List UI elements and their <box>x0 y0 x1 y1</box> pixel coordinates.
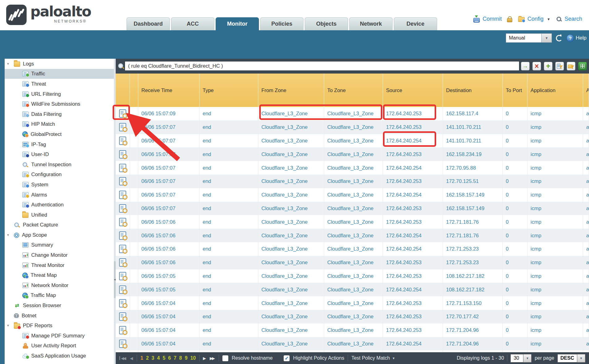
per-page-value[interactable]: 30 <box>510 354 523 362</box>
sidebar-item-alarms[interactable]: Alarms <box>5 190 114 200</box>
log-detail-icon[interactable] <box>119 231 126 240</box>
refresh-mode-select[interactable]: Manual ▼ <box>506 33 552 43</box>
cell-application[interactable]: icmp <box>527 337 583 351</box>
column-header-action[interactable]: A <box>583 74 589 107</box>
cell-to_port[interactable]: 0 <box>503 215 527 229</box>
cell-from_zone[interactable]: Cloudflare_L3_Zone <box>258 215 324 229</box>
first-page-button[interactable]: ◀◀ <box>119 356 127 361</box>
log-detail-icon[interactable] <box>119 326 126 334</box>
sidebar-item-threat-map[interactable]: Threat Map <box>5 270 114 280</box>
cell-application[interactable]: icmp <box>527 121 583 134</box>
tab-dashboard[interactable]: Dashboard <box>127 17 170 30</box>
sidebar-item-threat-monitor[interactable]: Threat Monitor <box>5 260 114 270</box>
cell-to_port[interactable]: 0 <box>503 188 527 202</box>
log-filter-input[interactable] <box>125 61 519 71</box>
cell-destination[interactable]: 172.71.181.76 <box>443 215 503 229</box>
page-number-5[interactable]: 5 <box>163 355 166 361</box>
tab-monitor[interactable]: Monitor <box>216 17 259 30</box>
log-detail-icon[interactable] <box>119 299 126 307</box>
cell-to_zone[interactable]: Cloudflare_L3_Zone <box>324 147 383 161</box>
sidebar-item-globalprotect[interactable]: GlobalProtect <box>5 129 114 139</box>
log-detail-icon[interactable] <box>119 245 126 253</box>
cell-action[interactable]: a <box>583 242 589 256</box>
cell-to_zone[interactable]: Cloudflare_L3_Zone <box>324 242 383 256</box>
cell-receive_time[interactable]: 06/06 15:07:07 <box>138 175 200 188</box>
cell-from_zone[interactable]: Cloudflare_L3_Zone <box>258 283 324 296</box>
cell-to_port[interactable]: 0 <box>503 147 527 161</box>
per-page-select[interactable]: 30 ▼ <box>510 354 531 362</box>
cell-source[interactable]: 172.64.240.253 <box>383 175 443 188</box>
sidebar-item-summary[interactable]: Summary <box>5 240 114 250</box>
sidebar-item-configuration[interactable]: Configuration <box>5 170 114 180</box>
cell-application[interactable]: icmp <box>527 202 583 215</box>
cell-from_zone[interactable]: Cloudflare_L3_Zone <box>258 296 324 310</box>
cell-to_port[interactable]: 0 <box>503 202 527 215</box>
sidebar-item-threat[interactable]: Threat <box>5 79 114 89</box>
refresh-mode-caret-icon[interactable]: ▼ <box>542 33 552 43</box>
cell-type[interactable]: end <box>200 324 258 337</box>
cell-to_zone[interactable]: Cloudflare_L3_Zone <box>324 337 383 351</box>
sidebar-item-packet-capture[interactable]: Packet Capture <box>5 220 114 230</box>
add-filter-button[interactable]: + <box>544 62 552 70</box>
cell-to_zone[interactable]: Cloudflare_L3_Zone <box>324 215 383 229</box>
tab-acc[interactable]: ACC <box>171 17 214 30</box>
log-detail-icon[interactable] <box>119 177 126 185</box>
column-header-destination[interactable]: Destination <box>443 74 503 107</box>
cell-to_zone[interactable]: Cloudflare_L3_Zone <box>324 121 383 134</box>
cell-type[interactable]: end <box>200 107 258 121</box>
cell-receive_time[interactable]: 06/06 15:07:05 <box>138 269 200 283</box>
sidebar-item-traffic-map[interactable]: Traffic Map <box>5 290 114 301</box>
sidebar-item-saas-application-usage[interactable]: SaaS Application Usage <box>5 351 114 361</box>
column-header-receive_time[interactable]: Receive Time <box>138 74 200 107</box>
sidebar-item-wildfire-submissions[interactable]: WildFire Submissions <box>5 99 114 109</box>
next-page-button[interactable]: ▶ <box>203 356 206 361</box>
cell-receive_time[interactable]: 06/06 15:07:06 <box>138 256 200 269</box>
expander-icon[interactable]: ▼ <box>6 233 14 237</box>
sort-order-caret-icon[interactable]: ▼ <box>577 354 585 362</box>
sidebar-item-change-monitor[interactable]: Change Monitor <box>5 250 114 260</box>
sidebar-item-session-browser[interactable]: ⇄Session Browser <box>5 300 114 311</box>
help-button[interactable]: Help <box>566 34 587 42</box>
cell-type[interactable]: end <box>200 188 258 202</box>
log-detail-icon[interactable] <box>119 123 126 131</box>
expander-icon[interactable]: ▼ <box>6 324 14 327</box>
sidebar-item-logs[interactable]: ▼Logs <box>5 59 114 69</box>
cell-type[interactable]: end <box>200 161 258 175</box>
cell-to_zone[interactable]: Cloudflare_L3_Zone <box>324 134 383 148</box>
cell-receive_time[interactable]: 06/06 15:07:09 <box>138 107 200 121</box>
page-number-1[interactable]: 1 <box>140 355 143 361</box>
search-button[interactable]: Search <box>565 16 582 22</box>
cell-type[interactable]: end <box>200 296 258 310</box>
cell-action[interactable]: a <box>583 256 589 269</box>
cell-to_zone[interactable]: Cloudflare_L3_Zone <box>324 324 383 337</box>
cell-receive_time[interactable]: 06/06 15:07:06 <box>138 229 200 242</box>
column-header-application[interactable]: Application <box>527 74 583 107</box>
cell-type[interactable]: end <box>200 256 258 269</box>
cell-application[interactable]: icmp <box>527 296 583 310</box>
cell-from_zone[interactable]: Cloudflare_L3_Zone <box>258 242 324 256</box>
cell-type[interactable]: end <box>200 310 258 324</box>
cell-action[interactable]: a <box>583 175 589 188</box>
cell-action[interactable]: a <box>583 147 589 161</box>
cell-action[interactable]: a <box>583 269 589 283</box>
log-detail-icon[interactable] <box>119 109 126 118</box>
cell-from_zone[interactable]: Cloudflare_L3_Zone <box>258 161 324 175</box>
page-number-4[interactable]: 4 <box>157 355 160 361</box>
cell-source[interactable]: 172.64.240.253 <box>383 121 443 134</box>
cell-destination[interactable]: 108.162.217.182 <box>443 269 503 283</box>
cell-action[interactable]: a <box>583 337 589 351</box>
cell-from_zone[interactable]: Cloudflare_L3_Zone <box>258 324 324 337</box>
tab-policies[interactable]: Policies <box>260 17 303 30</box>
cell-type[interactable]: end <box>200 202 258 215</box>
cell-to_port[interactable]: 0 <box>503 269 527 283</box>
sidebar-item-hip-match[interactable]: HIP Match <box>5 119 114 129</box>
cell-type[interactable]: end <box>200 337 258 351</box>
log-detail-icon[interactable] <box>119 340 126 348</box>
cell-receive_time[interactable]: 06/06 15:07:07 <box>138 121 200 134</box>
resolve-hostname-checkbox[interactable] <box>222 355 228 361</box>
cell-from_zone[interactable]: Cloudflare_L3_Zone <box>258 134 324 148</box>
sidebar-item-user-activity-report[interactable]: User Activity Report <box>5 341 114 351</box>
cell-type[interactable]: end <box>200 269 258 283</box>
cell-to_port[interactable]: 0 <box>503 175 527 188</box>
cell-source[interactable]: 172.64.240.253 <box>383 256 443 269</box>
